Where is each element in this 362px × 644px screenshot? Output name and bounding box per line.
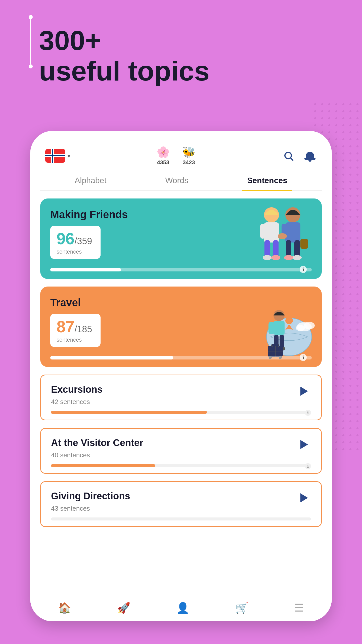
making-friends-illustration [246,201,317,269]
bottom-nav-menu[interactable]: ☰ [289,599,309,617]
visitor-center-info-button[interactable]: ℹ [305,463,311,469]
excursions-progress-fill [51,411,207,414]
visitor-center-progress-bar [51,464,311,467]
bottom-nav-explore[interactable]: 🚀 [112,599,135,617]
svg-rect-7 [273,240,279,258]
headline-line2: useful topics [39,56,209,86]
visitor-center-play-button[interactable] [297,437,311,451]
visitor-center-progress-fill [51,464,155,467]
bee-icon: 🐝 [182,146,195,158]
tab-words[interactable]: Words [160,173,193,190]
visitor-center-count: 40 sentences [51,451,311,459]
svg-point-0 [285,152,291,159]
making-friends-current: 96 [57,230,74,248]
svg-rect-14 [286,240,291,258]
svg-point-8 [263,255,272,260]
phone-mockup: ▾ 🌸 4353 🐝 3423 [30,131,332,621]
bottom-nav-profile[interactable]: 👤 [171,599,194,617]
travel-info-button[interactable]: ℹ [300,354,307,361]
excursions-info-button[interactable]: ℹ [305,410,311,416]
excursions-play-button[interactable] [297,384,311,398]
play-triangle-icon [300,493,308,502]
travel-progress-fill [50,356,173,359]
giving-directions-title: Giving Directions [51,491,311,502]
bee-count: 3423 [183,159,195,166]
bee-stat: 🐝 3423 [182,146,195,166]
svg-point-18 [278,233,287,239]
svg-rect-6 [264,240,270,258]
explore-icon: 🚀 [117,602,130,614]
svg-rect-5 [273,224,278,239]
svg-point-23 [285,317,293,324]
line-decoration [30,15,31,80]
shop-icon: 🛒 [235,602,248,614]
making-friends-total: 359 [77,236,92,246]
travel-card[interactable]: Travel 87/185 sentences [40,287,322,367]
visitor-center-title: At the Visitor Center [51,437,311,448]
flower-icon: 🌸 [157,146,170,158]
giving-directions-count: 43 sentences [51,505,311,512]
excursions-count: 42 sentences [51,398,311,406]
svg-rect-26 [268,322,275,334]
notification-button[interactable] [303,149,317,163]
top-nav: ▾ 🌸 4353 🐝 3423 [40,143,322,171]
making-friends-info-button[interactable]: ℹ [300,266,307,273]
svg-rect-4 [260,224,265,239]
search-button[interactable] [282,149,295,163]
svg-rect-25 [274,321,285,335]
giving-directions-play-button[interactable] [297,491,311,505]
bottom-navigation: 🏠 🚀 👤 🛒 ☰ [30,594,332,621]
travel-current: 87 [57,318,74,336]
content-tabs: Alphabet Words Sentences [40,171,322,191]
excursions-progress-bar [51,411,311,414]
nav-stats: 🌸 4353 🐝 3423 [157,146,195,166]
norway-flag [45,149,65,163]
svg-point-16 [284,255,293,260]
topic-cards: Making Friends 96/359 sentences [40,198,322,527]
language-dropdown-arrow: ▾ [67,152,70,159]
headline-line1: 300+ [39,25,209,56]
excursions-card[interactable]: Excursions 42 sentences ℹ [40,375,322,420]
travel-illustration [254,302,319,362]
home-icon: 🏠 [58,602,71,614]
travel-unit: sentences [57,337,94,343]
play-triangle-icon [300,387,308,396]
visitor-center-card[interactable]: At the Visitor Center 40 sentences ℹ [40,428,322,474]
flower-stat: 🌸 4353 [157,146,170,166]
giving-directions-progress-bar [51,517,311,520]
svg-point-17 [293,255,302,260]
profile-icon: 👤 [176,602,189,614]
making-friends-stat-box: 96/359 sentences [50,226,101,259]
travel-stat-box: 87/185 sentences [50,314,101,347]
svg-line-1 [291,158,293,160]
making-friends-progress-fill [50,268,121,271]
excursions-title: Excursions [51,384,311,395]
bottom-nav-shop[interactable]: 🛒 [230,599,253,617]
header-section: 300+ useful topics [39,25,209,86]
travel-progress-bar [50,356,312,359]
play-triangle-icon [300,440,308,449]
flower-count: 4353 [157,159,169,166]
tab-alphabet[interactable]: Alphabet [70,173,111,190]
language-selector[interactable]: ▾ [45,149,70,163]
nav-action-icons [282,149,317,163]
svg-point-9 [271,255,280,260]
making-friends-progress-bar [50,268,312,271]
tab-sentences[interactable]: Sentences [242,173,292,190]
svg-point-39 [296,325,305,331]
menu-icon: ☰ [294,602,304,614]
svg-rect-15 [294,240,300,258]
travel-total: 185 [77,324,92,334]
svg-rect-19 [300,239,308,249]
giving-directions-card[interactable]: Giving Directions 43 sentences [40,481,322,527]
bottom-nav-home[interactable]: 🏠 [53,599,76,617]
svg-rect-13 [294,224,299,239]
making-friends-card[interactable]: Making Friends 96/359 sentences [40,198,322,279]
making-friends-unit: sentences [57,249,94,255]
svg-point-38 [304,322,315,329]
